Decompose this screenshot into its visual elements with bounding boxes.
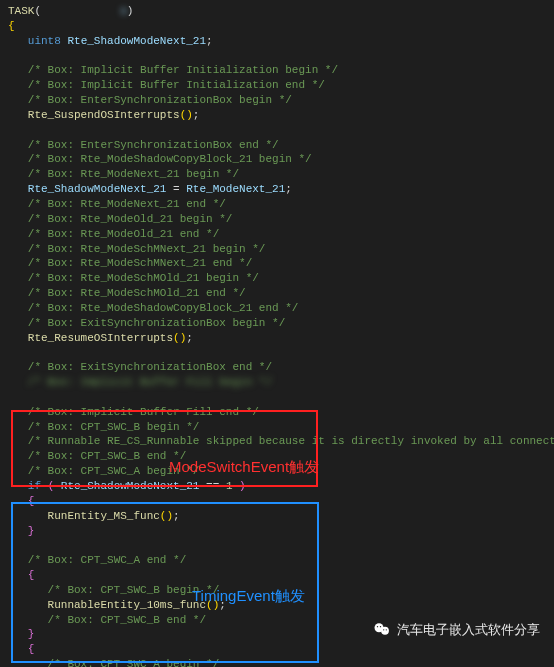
comment-line: /* Box: Rte_ModeOld_21 begin */ — [8, 212, 546, 227]
comment-line: /* Box: Rte_ModeNext_21 begin */ — [8, 167, 546, 182]
comment-line: /* Box: Rte_ModeSchMNext_21 end */ — [8, 256, 546, 271]
code-line: RunEntity_MS_func(); — [8, 509, 546, 524]
code-line: { — [8, 19, 546, 34]
code-line — [8, 123, 546, 138]
code-line: { — [8, 494, 546, 509]
comment-line: /* Box: CPT_SWC_A begin */ — [8, 657, 546, 667]
comment-line: /* Runnable RE_CS_Runnable skipped becau… — [8, 434, 546, 449]
comment-line: /* Box: ExitSynchronizationBox end */ — [8, 360, 546, 375]
comment-line: /* Box: Rte_ModeNext_21 end */ — [8, 197, 546, 212]
code-line: } — [8, 524, 546, 539]
comment-line: /* Box: Implicit Buffer Initialization b… — [8, 63, 546, 78]
source-label: 汽车电子嵌入式软件分享 — [397, 621, 540, 639]
comment-line: /* Box: CPT_SWC_B begin */ — [8, 583, 546, 598]
code-line: if ( Rte_ShadowModeNext_21 == 1 ) — [8, 479, 546, 494]
code-line — [8, 538, 546, 553]
svg-point-2 — [377, 626, 378, 627]
comment-line — [8, 390, 546, 405]
comment-line: /* Box: Implicit Buffer Fill end */ — [8, 405, 546, 420]
svg-point-3 — [380, 626, 381, 627]
comment-line: /* Box: CPT_SWC_A end */ — [8, 553, 546, 568]
svg-point-4 — [383, 629, 384, 630]
code-line — [8, 49, 546, 64]
code-line: Rte_SuspendOSInterrupts(); — [8, 108, 546, 123]
comment-line: /* Box: ExitSynchronizationBox begin */ — [8, 316, 546, 331]
code-line: RunnableEntity_10ms_func(); — [8, 598, 546, 613]
code-line: { — [8, 568, 546, 583]
comment-line: /* Box: Rte_ModeSchMNext_21 begin */ — [8, 242, 546, 257]
svg-point-5 — [386, 629, 387, 630]
source-watermark: 汽车电子嵌入式软件分享 — [373, 621, 540, 639]
comment-line: /* Box: CPT_SWC_A begin */ — [8, 464, 546, 479]
comment-line: /* Box: Rte_ModeSchMOld_21 begin */ — [8, 271, 546, 286]
wechat-icon — [373, 621, 391, 639]
comment-line: /* Box: EnterSynchronizationBox end */ — [8, 138, 546, 153]
code-line: Rte_ResumeOSInterrupts(); — [8, 331, 546, 346]
comment-line: /* Box: Rte_ModeSchMOld_21 end */ — [8, 286, 546, 301]
code-line — [8, 345, 546, 360]
svg-point-1 — [381, 627, 389, 635]
code-line: Rte_ShadowModeNext_21 = Rte_ModeNext_21; — [8, 182, 546, 197]
comment-line: /* Box: EnterSynchronizationBox begin */ — [8, 93, 546, 108]
comment-line: /* Box: Implicit Buffer Initialization e… — [8, 78, 546, 93]
comment-line: /* Box: CPT_SWC_B end */ — [8, 449, 546, 464]
code-editor: TASK( s) { uint8 Rte_ShadowModeNext_21; … — [0, 0, 554, 667]
code-line: { — [8, 642, 546, 657]
comment-line: /* Box: Implicit Buffer Fill begin */ — [8, 375, 546, 390]
code-line: TASK( s) — [8, 4, 546, 19]
comment-line: /* Box: CPT_SWC_B begin */ — [8, 420, 546, 435]
code-line: uint8 Rte_ShadowModeNext_21; — [8, 34, 546, 49]
comment-line: /* Box: Rte_ModeShadowCopyBlock_21 end *… — [8, 301, 546, 316]
comment-line: /* Box: Rte_ModeShadowCopyBlock_21 begin… — [8, 152, 546, 167]
comment-line: /* Box: Rte_ModeOld_21 end */ — [8, 227, 546, 242]
